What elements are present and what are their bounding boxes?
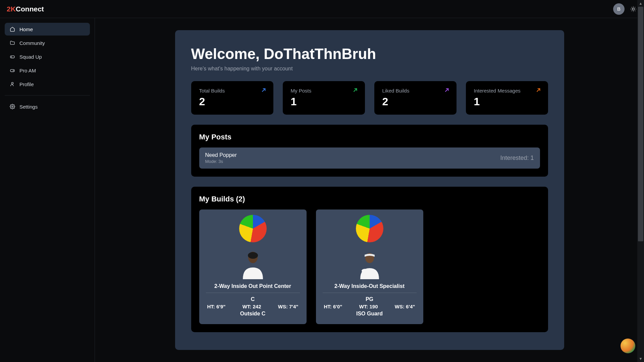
svg-point-0 [632,8,635,10]
stat-value: 2 [199,96,265,108]
arrow-up-right-icon [535,87,541,93]
build-role: Outside C [206,311,300,317]
folder-icon [9,40,15,46]
gear-icon [9,104,15,110]
section-title: My Posts [199,133,540,141]
sidebar-item-label: Community [19,40,45,46]
svg-line-4 [635,10,635,11]
svg-line-7 [631,10,632,11]
post-row[interactable]: Need Popper Mode: 3s Interested: 1 [199,147,540,169]
sidebar-item-label: Squad Up [19,54,42,60]
svg-point-15 [12,106,13,107]
section-title: My Builds (2) [199,195,540,203]
stat-card-interested-messages[interactable]: Interested Messages 1 [466,81,548,115]
post-title: Need Popper [205,152,237,158]
build-name: 2-Way Inside-Out Specialist [323,283,417,289]
build-weight: WT: 190 [359,304,378,309]
stat-label: My Posts [291,88,357,94]
stat-label: Interested Messages [474,88,540,94]
svg-point-21 [248,252,258,259]
page-title: Welcome, DoThatThnBruh [191,46,548,62]
build-position: PG [323,296,417,302]
build-pie-chart-icon [356,215,383,242]
stat-value: 1 [291,96,357,108]
sidebar-item-label: Pro AM [19,68,36,73]
stat-card-liked-builds[interactable]: Liked Builds 2 [374,81,457,115]
topbar-right: B [613,3,637,15]
arrow-up-right-icon [444,87,450,93]
sidebar-item-pro-am[interactable]: Pro AM [5,64,90,77]
topbar: 2KConnect B [0,0,644,18]
sidebar-item-squad-up[interactable]: Squad Up [5,50,90,63]
theme-toggle-button[interactable] [629,5,637,13]
logo-prefix: 2K [7,5,16,13]
build-card[interactable]: 2-Way Inside Out Point Center C HT: 6'9"… [199,209,307,324]
my-builds-section: My Builds (2) 2-Way Inside Out Point Cen… [191,187,548,332]
build-wingspan: WS: 6'4" [395,304,415,309]
build-height: HT: 6'0" [324,304,342,309]
svg-line-3 [631,7,632,7]
svg-line-17 [354,89,357,92]
stat-value: 1 [474,96,540,108]
stat-card-my-posts[interactable]: My Posts 1 [283,81,365,115]
sidebar-item-settings[interactable]: Settings [5,100,90,113]
svg-point-23 [362,269,368,273]
build-pie-chart-icon [239,215,267,242]
build-role: ISO Guard [323,311,417,317]
scrollbar-track[interactable]: ▲ ▼ [637,0,644,362]
my-posts-section: My Posts Need Popper Mode: 3s Interested… [191,125,548,177]
svg-point-13 [13,70,13,71]
sidebar-item-label: Home [19,26,33,32]
stat-label: Liked Builds [382,88,448,94]
stat-card-total-builds[interactable]: Total Builds 2 [191,81,273,115]
build-position: C [206,296,300,302]
scroll-down-icon[interactable]: ▼ [637,355,644,362]
player-image [238,246,268,279]
sidebar-item-label: Settings [19,104,38,110]
logo-suffix: Connect [16,5,44,13]
user-icon [9,81,15,87]
scroll-up-icon[interactable]: ▲ [637,0,644,7]
controller-icon [9,54,15,60]
sidebar-item-profile[interactable]: Profile [5,78,90,90]
player-image [355,246,385,279]
stat-value: 2 [382,96,448,108]
sidebar-item-label: Profile [19,81,34,87]
stat-label: Total Builds [199,88,265,94]
build-weight: WT: 242 [243,304,261,309]
sidebar: Home Community Squad Up Pro AM Profile S… [0,18,95,362]
build-wingspan: WS: 7'4" [278,304,299,309]
avatar-initial: B [617,6,621,12]
main-scroll-area[interactable]: Welcome, DoThatThnBruh Here's what's hap… [95,18,644,362]
post-interested-count: Interested: 1 [500,155,534,162]
scrollbar-thumb[interactable] [638,7,643,241]
dashboard-panel: Welcome, DoThatThnBruh Here's what's hap… [175,30,564,350]
arrow-up-right-icon [261,87,267,93]
svg-line-18 [445,89,448,92]
svg-line-8 [635,7,635,7]
avatar[interactable]: B [613,3,625,15]
sidebar-item-home[interactable]: Home [5,23,90,36]
sidebar-item-community[interactable]: Community [5,37,90,49]
controller-icon [9,67,15,73]
svg-point-14 [11,82,13,84]
svg-line-19 [537,89,540,92]
app-logo[interactable]: 2KConnect [7,5,44,13]
divider [323,293,417,293]
builds-grid: 2-Way Inside Out Point Center C HT: 6'9"… [199,209,540,324]
divider [206,293,300,293]
build-card[interactable]: 2-Way Inside-Out Specialist PG HT: 6'0" … [316,209,423,324]
arrow-up-right-icon [352,87,358,93]
stats-row: Total Builds 2 My Posts 1 Liked Builds 2… [191,81,548,115]
floating-badge-icon[interactable] [621,339,635,353]
sidebar-divider [5,95,90,96]
svg-rect-12 [10,69,14,72]
build-name: 2-Way Inside Out Point Center [206,283,300,289]
home-icon [9,26,15,32]
svg-rect-9 [10,56,14,58]
page-subtitle: Here's what's happening with your accoun… [191,66,548,72]
post-mode: Mode: 3s [205,159,237,164]
svg-line-16 [262,89,265,92]
build-height: HT: 6'9" [207,304,226,309]
sun-icon [630,6,637,12]
